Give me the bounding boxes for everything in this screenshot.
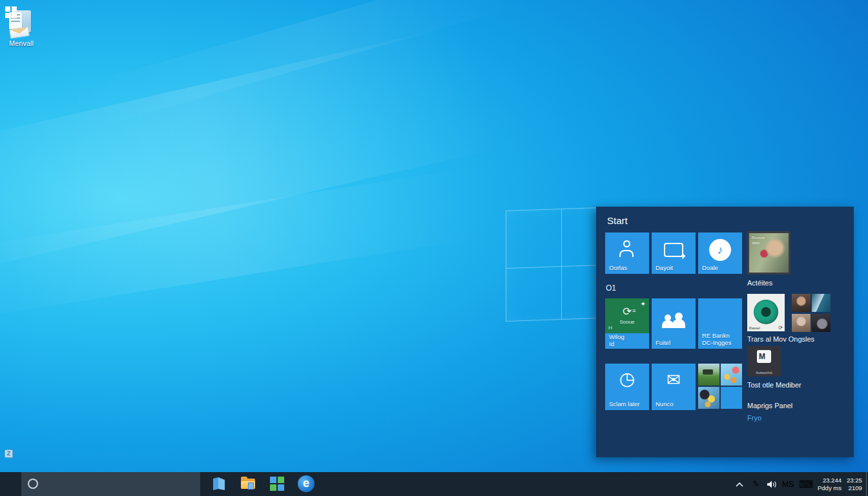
- start-tile[interactable]: ⟳ ≡ Sooue H ✦ Wilog Id: [605, 298, 649, 349]
- small-tile-grid: [698, 364, 742, 410]
- clock-date-right: 2109: [847, 484, 862, 492]
- disc-icon: [754, 300, 778, 324]
- mail-icon: ✉: [652, 371, 696, 388]
- music-collage: Rassel ⟳: [747, 294, 831, 332]
- album-cover[interactable]: [812, 314, 831, 332]
- album-overlay-text: Vers: [752, 241, 760, 245]
- tray-volume-icon[interactable]: [766, 472, 778, 496]
- music-note-icon: ♪: [698, 239, 742, 261]
- tray-keyboard-icon[interactable]: ⌨: [799, 472, 813, 496]
- shortcut-label: Menvall: [1, 39, 41, 47]
- clock-time-left: 23.244: [818, 477, 842, 484]
- store-icon[interactable]: [269, 476, 285, 491]
- tile-label: Dayoit: [656, 264, 673, 271]
- collage-caption: Trars al Mov Ongsles: [747, 335, 814, 343]
- start-tile[interactable]: Dayoit: [652, 232, 696, 274]
- album-art-tile[interactable]: Rousse Vers: [747, 231, 790, 274]
- start-tile[interactable]: ✉ Nunco: [652, 364, 696, 410]
- tray-chevron-icon[interactable]: [734, 472, 745, 496]
- start-tile[interactable]: RE Bankn DC-Ingges: [698, 298, 742, 349]
- album-cover[interactable]: [792, 314, 811, 332]
- album-overlay-text: Rousse: [752, 236, 765, 240]
- start-menu-panel: Start Oorlas Dayoit ♪ Doale O1 ⟳ ≡: [596, 207, 854, 457]
- tray-pen-icon[interactable]: ✎: [750, 472, 761, 496]
- tile-label: Doale: [702, 264, 718, 271]
- people-icon: [652, 313, 696, 331]
- start-tile[interactable]: ♪ Doale: [698, 232, 742, 274]
- light-beam: [67, 0, 514, 132]
- light-beam: [0, 163, 506, 320]
- album-art-image: Rousse Vers: [749, 233, 789, 273]
- cortana-icon[interactable]: [28, 479, 38, 489]
- logo-vertical-line: [561, 209, 562, 319]
- game-tile[interactable]: [698, 387, 719, 409]
- clock-time-right: 23:25: [847, 477, 862, 484]
- tile-label: Nunco: [656, 400, 673, 408]
- menu-item-mapping-panel[interactable]: Maprigs Panel: [747, 402, 792, 409]
- sparkle-icon: ✦: [641, 300, 646, 307]
- edge-browser-icon[interactable]: e: [298, 475, 315, 492]
- word-icon: M: [757, 350, 771, 363]
- tile-label: Oorlas: [609, 264, 627, 271]
- collage-overlay-text: Rassel: [749, 326, 760, 330]
- word-tile-caption: Aussochst: [747, 371, 781, 375]
- playlist-cover[interactable]: Rassel ⟳: [747, 294, 785, 331]
- menu-lines-icon: ≡: [632, 307, 636, 314]
- user-icon: [605, 240, 649, 260]
- clock-date-left: Pddy ms: [818, 484, 842, 492]
- tile-label: Fuitel: [656, 339, 670, 346]
- game-tile[interactable]: [721, 364, 742, 386]
- tile-label: Wilog Id: [609, 333, 625, 347]
- refresh-icon: ⟳: [778, 325, 783, 331]
- tile-corner-text: H: [608, 325, 612, 331]
- tray-clock[interactable]: 23.244 Pddy ms 23:25 2109: [818, 472, 863, 496]
- photo-tile[interactable]: [698, 364, 719, 386]
- icon-envelope: [9, 26, 30, 39]
- light-beam: [0, 8, 562, 276]
- album-cover[interactable]: [792, 294, 811, 312]
- menu-item-text-editor[interactable]: Tost otle Mediber: [747, 381, 801, 389]
- tile-inner-text: Sooue: [605, 319, 649, 325]
- tray-language-indicator[interactable]: MS: [780, 472, 796, 496]
- start-menu-title: Start: [607, 215, 628, 226]
- start-button[interactable]: [0, 0, 21, 24]
- start-tile[interactable]: ◷ Sclam later: [605, 364, 649, 410]
- windows-logo-icon: [5, 6, 10, 12]
- clock-icon: ◷: [605, 370, 649, 388]
- start-group-label: O1: [606, 284, 616, 293]
- album-cover[interactable]: [812, 294, 831, 312]
- menu-link[interactable]: Fryo: [747, 414, 761, 422]
- taskbar-search-strip[interactable]: [21, 472, 200, 496]
- word-icon-lines: ≡: [776, 349, 779, 351]
- blank-tile[interactable]: [721, 387, 742, 409]
- screen: Menvall Z Start Oorlas Dayoit ♪ Doale O1: [0, 0, 868, 496]
- album-caption: Actéites: [747, 279, 772, 287]
- desktop-corner-badge[interactable]: Z: [5, 450, 13, 458]
- start-tile[interactable]: Oorlas: [605, 232, 649, 274]
- rotate-screen-icon: [652, 243, 696, 260]
- tile-label: Sclam later: [609, 400, 640, 408]
- word-app-tile[interactable]: M ≡ Aussochst: [747, 346, 781, 377]
- taskbar-app-blue-flag-icon[interactable]: [211, 476, 227, 491]
- start-tile[interactable]: Fuitel: [652, 298, 696, 349]
- file-explorer-icon[interactable]: [240, 476, 256, 491]
- tile-label: RE Bankn DC-Ingges: [702, 332, 731, 346]
